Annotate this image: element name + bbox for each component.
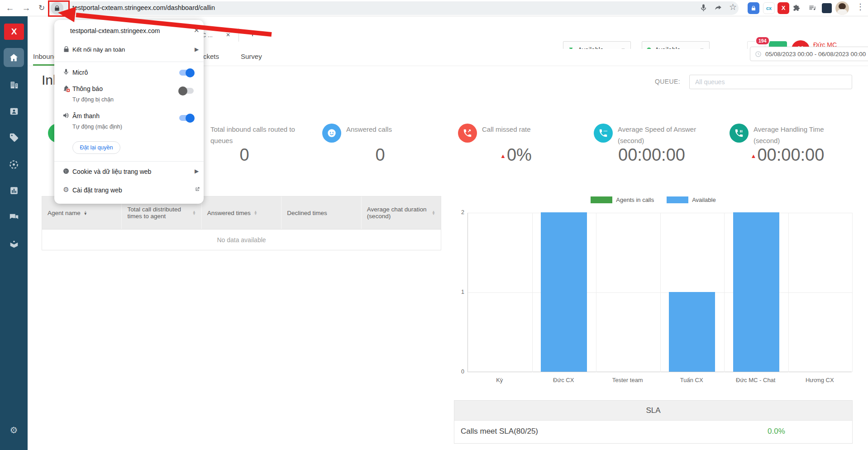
chart-category-label: Tester team xyxy=(596,377,660,383)
card-avg-handling-time: Average Handling Time (second) ▲00:00:00 xyxy=(720,115,855,174)
external-link-icon xyxy=(195,187,200,193)
chart-category-label: Kỳ xyxy=(467,377,532,383)
sla-title: SLA xyxy=(454,401,852,421)
legend-item: Available xyxy=(667,196,716,203)
chart-bar xyxy=(669,292,715,372)
cookies-label: Cookie và dữ liệu trang web xyxy=(72,168,151,175)
mic-icon[interactable] xyxy=(699,4,708,14)
chart-plot-area: 210 xyxy=(467,213,852,372)
extension-password-icon[interactable] xyxy=(748,2,759,14)
sla-row-label: Calls meet SLA(80/25) xyxy=(461,427,538,436)
permission-sub: Tự động (mặc định) xyxy=(72,124,122,130)
col-answered-times[interactable]: Answered times▲▼ xyxy=(202,196,281,229)
sidebar-item-campaign[interactable] xyxy=(0,159,28,170)
extension-dark-icon[interactable] xyxy=(822,3,832,13)
missed-call-icon xyxy=(458,124,477,143)
reset-permissions-button[interactable]: Đặt lại quyền xyxy=(72,141,120,154)
popup-title: testportal-cxteam.stringeex.com xyxy=(70,27,160,34)
permission-label: Âm thanh xyxy=(72,112,100,120)
sidebar-item-chat[interactable] xyxy=(0,212,28,222)
popup-close-icon[interactable]: ✕ xyxy=(194,26,200,34)
browser-forward-icon[interactable]: → xyxy=(20,2,33,14)
date-range-value: 05/08/2023 00:00 - 06/08/2023 00:00 xyxy=(765,51,866,57)
sla-row: Calls meet SLA(80/25) 0.0% xyxy=(454,421,852,443)
permission-label: Thông báo xyxy=(72,85,103,92)
chevron-right-icon: ▶ xyxy=(195,46,199,53)
card-label: Call missed rate xyxy=(482,124,581,135)
browser-back-icon[interactable]: ← xyxy=(4,2,16,14)
browser-reload-icon[interactable]: ↻ xyxy=(35,2,48,14)
playlist-icon[interactable] xyxy=(808,4,817,14)
avg-speed-answer-icon xyxy=(594,124,613,143)
connection-secure-label: Kết nối này an toàn xyxy=(72,46,125,53)
url-text[interactable]: testportal-cxteam.stringeex.com/dashboar… xyxy=(72,4,215,11)
answered-calls-icon xyxy=(322,124,341,143)
legend-item: Agents in calls xyxy=(591,196,654,203)
sidebar-item-home[interactable] xyxy=(0,53,28,63)
browser-toolbar: ← → ↻ testportal-cxteam.stringeex.com/da… xyxy=(0,0,868,16)
sound-toggle[interactable] xyxy=(179,115,194,121)
table-empty-message: No data available xyxy=(42,229,441,250)
sla-table: SLA Calls meet SLA(80/25) 0.0% xyxy=(454,400,853,444)
sidebar-item-tags[interactable] xyxy=(0,133,28,143)
tab-survey[interactable]: Survey xyxy=(241,53,262,60)
agents-bar-chart: Agents in callsAvailable 210 KỳĐức CXTes… xyxy=(454,195,853,393)
chart-category-label: Đức MC - Chat xyxy=(724,377,788,383)
card-label: Answered calls xyxy=(346,124,445,135)
mic-icon xyxy=(62,68,71,77)
sidebar-item-company[interactable] xyxy=(0,80,28,90)
delta-up-icon: ▲ xyxy=(500,153,506,159)
browser-profile-avatar[interactable] xyxy=(835,1,849,15)
browser-menu-icon[interactable]: ⋮ xyxy=(856,2,864,12)
card-value: 00:00:00 xyxy=(584,145,720,165)
card-value: ▲0% xyxy=(448,145,584,165)
chart-category-label: Tuấn CX xyxy=(660,377,724,383)
sort-icon[interactable]: ▲▼ xyxy=(432,211,435,215)
tab-divider xyxy=(238,28,239,42)
bell-blocked-icon xyxy=(62,85,71,94)
notification-badge: 194 xyxy=(755,36,770,45)
chart-legend: Agents in callsAvailable xyxy=(454,196,853,203)
queue-filter-input[interactable] xyxy=(689,75,852,89)
card-label: Average Handling Time (second) xyxy=(754,124,852,146)
bookmark-star-icon[interactable]: ☆ xyxy=(729,2,737,12)
site-info-popup: testportal-cxteam.stringeex.com ✕ Kết nố… xyxy=(54,20,204,204)
permission-sub: Tự động bị chặn xyxy=(72,96,114,103)
sort-icon[interactable]: ▲▼ xyxy=(254,211,258,215)
extension-stringeex-icon[interactable]: X xyxy=(777,2,789,14)
sort-icon[interactable]: ▲▼ xyxy=(192,211,196,215)
date-range-picker[interactable]: 05/08/2023 00:00 - 06/08/2023 00:00 xyxy=(750,47,868,61)
delta-up-icon: ▲ xyxy=(751,153,757,159)
divider xyxy=(54,161,204,162)
col-declined-times: Declined times xyxy=(281,196,361,229)
permission-label: Micrô xyxy=(72,69,88,76)
new-tab-button[interactable]: + xyxy=(249,27,256,40)
clock-icon xyxy=(755,51,762,57)
card-label: Average Speed of Answer (second) xyxy=(618,124,716,146)
col-avg-chat-duration[interactable]: Average chat duration (second)▲▼ xyxy=(362,196,441,229)
sidebar-item-reports[interactable] xyxy=(0,186,28,196)
divider xyxy=(54,62,204,62)
speaker-icon xyxy=(62,112,71,121)
agent-table: Agent name▲▼ Total call distributed time… xyxy=(42,196,441,250)
site-settings-label: Cài đặt trang web xyxy=(72,187,122,194)
chart-bar xyxy=(733,212,779,372)
notifications-toggle[interactable] xyxy=(179,88,194,94)
sidebar-item-products[interactable] xyxy=(0,239,28,249)
card-answered-calls: Answered calls 0 xyxy=(312,115,448,174)
sidebar-settings-gear-icon[interactable]: ⚙ xyxy=(0,425,28,436)
queue-label: QUEUE: xyxy=(655,78,680,85)
extension-cx-icon[interactable]: cx xyxy=(763,2,775,14)
sort-icon[interactable]: ▲▼ xyxy=(84,211,87,215)
mic-toggle[interactable] xyxy=(179,70,194,76)
sidebar: X ⚙ xyxy=(0,16,28,450)
sidebar-item-contacts[interactable] xyxy=(0,106,28,116)
extensions-puzzle-icon[interactable] xyxy=(793,4,801,14)
cookie-icon xyxy=(62,168,71,177)
app-tab-close-icon[interactable]: ✕ xyxy=(226,32,230,38)
card-label: Total inbound calls routed to queues xyxy=(210,124,309,146)
annotation-highlight-box xyxy=(48,0,70,17)
share-icon[interactable] xyxy=(714,4,723,14)
stringeex-logo[interactable]: X xyxy=(4,24,24,40)
chevron-right-icon: ▶ xyxy=(195,168,199,174)
